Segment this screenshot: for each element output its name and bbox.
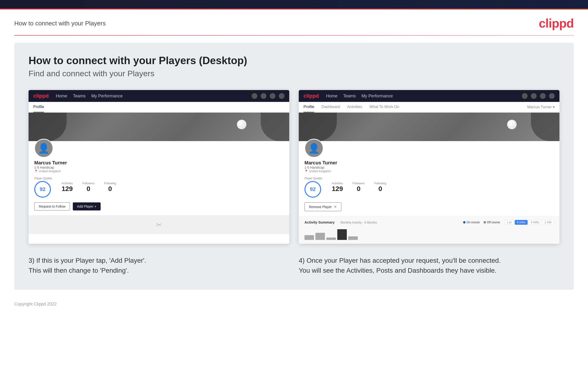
time-btn-1mth[interactable]: 1 mth: [542, 220, 554, 225]
screenshot-1: clippd Home Teams My Performance Profile: [28, 90, 289, 244]
time-btn-6mths[interactable]: 6 mths: [515, 220, 527, 225]
stat-label-followers-2: Followers: [353, 182, 365, 185]
page-title: How to connect with your Players: [14, 20, 106, 27]
footer-copyright: Copyright Clippd 2022: [14, 302, 57, 306]
stat-following-1: Following 0: [104, 182, 116, 193]
search-icon-2[interactable]: [522, 93, 527, 99]
legend-dot-off-course: [484, 221, 486, 224]
stat-label-following-2: Following: [374, 182, 386, 185]
app-tabs-2: Profile Dashboard Activities What To Wor…: [299, 102, 560, 113]
time-btn-3mths[interactable]: 3 mths: [528, 220, 541, 225]
tab-profile-2[interactable]: Profile: [303, 102, 314, 112]
player-country-1: 📍 United Kingdom: [34, 169, 284, 173]
avatar-2: 👤: [304, 139, 323, 158]
pq-circle-2: 92: [304, 181, 321, 198]
screenshot-bottom-1: ✂: [28, 215, 289, 234]
chart-bar-4: [337, 229, 347, 240]
stat-label-activities-2: Activities: [332, 182, 343, 185]
golf-ball-2: [507, 120, 517, 129]
avatar-person-icon-2: 👤: [308, 143, 320, 154]
chart-bar-1: [304, 235, 314, 240]
nav-items-1: Home Teams My Performance: [56, 94, 252, 99]
user-icon-2[interactable]: [531, 93, 537, 99]
app-navbar-1: clippd Home Teams My Performance: [28, 90, 289, 102]
legend-off-course: Off course: [484, 221, 500, 224]
main-content: How to connect with your Players (Deskto…: [14, 43, 574, 290]
settings-icon-1[interactable]: [270, 93, 276, 99]
nav-home-2[interactable]: Home: [326, 94, 337, 99]
activity-legend: On course Off course: [463, 221, 500, 224]
player-name-1: Marcus Turner: [34, 160, 284, 166]
avatar-1: 👤: [34, 139, 53, 158]
page-footer: Copyright Clippd 2022: [0, 297, 588, 311]
screenshot-2: clippd Home Teams My Performance Profile…: [299, 90, 560, 244]
location-icon-2: 📍: [304, 170, 308, 173]
stat-activities-1: Activities 129: [62, 182, 73, 193]
legend-on-course: On course: [463, 221, 480, 224]
description-text-2: 4) Once your Player has accepted your re…: [299, 256, 560, 275]
search-icon-1[interactable]: [252, 93, 257, 99]
app-logo-2: clippd: [303, 93, 319, 99]
stat-followers-1: Followers 0: [82, 182, 95, 193]
pq-circle-1: 92: [34, 181, 51, 198]
nav-icons-1: [252, 93, 285, 99]
avatar-person-icon-1: 👤: [38, 143, 50, 154]
golf-ball-1: [237, 120, 246, 129]
chart-bar-3: [326, 238, 336, 240]
nav-icons-2: [522, 93, 555, 99]
stat-following-2: Following 0: [374, 182, 386, 193]
player-handicap-1: 1-5 Handicap: [34, 166, 284, 169]
stat-value-followers-2: 0: [353, 185, 365, 193]
stats-row-1: Player Quality 92 Activities 129 Followe…: [34, 177, 284, 198]
golf-banner-1: [28, 113, 289, 141]
stat-value-followers-1: 0: [82, 185, 95, 193]
add-player-button[interactable]: Add Player +: [73, 202, 101, 210]
profile-info-1: Marcus Turner 1-5 Handicap 📍 United King…: [34, 160, 284, 173]
nav-myperformance-1[interactable]: My Performance: [91, 94, 123, 99]
stat-value-following-2: 0: [374, 185, 386, 193]
app-logo-1: clippd: [33, 93, 49, 99]
tab-dropdown-marcus[interactable]: Marcus Turner ▾: [527, 102, 555, 112]
pq-label-2: Player Quality: [304, 177, 322, 180]
tab-dashboard-2[interactable]: Dashboard: [321, 102, 340, 112]
settings-icon-2[interactable]: [540, 93, 546, 99]
stat-label-followers-1: Followers: [82, 182, 95, 185]
location-icon-1: 📍: [34, 170, 38, 173]
remove-player-label: Remove Player: [309, 205, 332, 209]
request-follow-button[interactable]: Request to Follow: [34, 202, 70, 210]
profile-buttons-1: Request to Follow Add Player +: [34, 202, 284, 210]
golf-banner-img-2: [299, 113, 560, 141]
user-icon-1[interactable]: [261, 93, 266, 99]
tab-activities-2[interactable]: Activities: [347, 102, 362, 112]
descriptions-row: 3) If this is your Player tap, 'Add Play…: [28, 256, 560, 275]
player-country-2: 📍 United Kingdom: [304, 169, 554, 173]
description-2: 4) Once your Player has accepted your re…: [299, 256, 560, 275]
nav-items-2: Home Teams My Performance: [326, 94, 522, 99]
remove-player-button[interactable]: Remove Player ✕: [304, 202, 341, 211]
activity-header-left: Activity Summary Monthly Activity · 6 Mo…: [304, 220, 377, 225]
profile-area-1: 👤 Marcus Turner 1-5 Handicap 📍 United Ki…: [28, 141, 289, 215]
app-navbar-2: clippd Home Teams My Performance: [299, 90, 560, 102]
pq-value-2: 92: [310, 186, 316, 192]
activity-header: Activity Summary Monthly Activity · 6 Mo…: [304, 220, 554, 225]
nav-teams-2[interactable]: Teams: [343, 94, 356, 99]
app-tabs-1: Profile: [28, 102, 289, 113]
pq-label-1: Player Quality: [34, 177, 52, 180]
tab-profile-1[interactable]: Profile: [33, 102, 44, 112]
page-header: How to connect with your Players clippd: [0, 9, 588, 35]
screenshots-row: clippd Home Teams My Performance Profile: [28, 90, 560, 244]
chart-area: [304, 228, 554, 240]
activity-controls: On course Off course 1 yr 6 mths 3 mths: [463, 220, 554, 225]
top-bar: [0, 0, 588, 8]
legend-label-on: On course: [467, 221, 480, 224]
nav-teams-1[interactable]: Teams: [73, 94, 86, 99]
nav-home-1[interactable]: Home: [56, 94, 67, 99]
legend-label-off: Off course: [487, 221, 500, 224]
time-btn-1yr[interactable]: 1 yr: [505, 220, 514, 225]
tab-what-to-work-on-2[interactable]: What To Work On: [369, 102, 399, 112]
avatar-icon-2[interactable]: [549, 93, 555, 99]
player-name-2: Marcus Turner: [304, 160, 554, 166]
nav-myperformance-2[interactable]: My Performance: [362, 94, 393, 99]
header-divider: [14, 35, 574, 36]
avatar-icon-1[interactable]: [279, 93, 285, 99]
